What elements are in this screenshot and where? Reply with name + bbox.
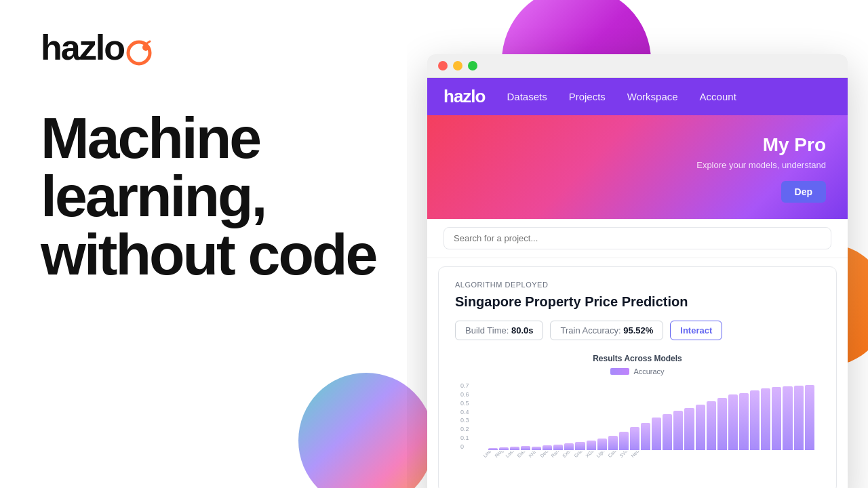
bars-container [488, 382, 814, 450]
build-time-badge: Build Time: 80.0s [455, 321, 543, 340]
chart-bar [587, 441, 596, 450]
logo-word: hazlo [41, 28, 124, 67]
chart-bar [750, 390, 760, 450]
y-label-04: 0.4 [460, 409, 469, 415]
chart-bar [663, 414, 672, 450]
project-search-input[interactable] [443, 227, 831, 249]
headline-line2: learning, [41, 167, 434, 225]
browser-chrome [427, 54, 848, 78]
logo-svg [125, 39, 153, 66]
legend-color-swatch [610, 368, 629, 375]
chart-bar [794, 386, 804, 450]
chart-bar [739, 393, 749, 450]
chart-legend: Accuracy [455, 367, 820, 375]
project-card: Algorithm Deployed Singapore Property Pr… [438, 266, 837, 488]
y-label-06: 0.6 [460, 391, 469, 398]
chart-bar [510, 447, 519, 450]
browser-dot-yellow[interactable] [453, 61, 462, 70]
chart-bar [521, 446, 530, 450]
right-panel: hazlo Datasets Projects Workspace Accoun… [407, 0, 868, 488]
chart-bar [783, 386, 792, 450]
deploy-button[interactable]: Dep [781, 181, 826, 203]
chart-bar [619, 432, 629, 450]
chart-bar [641, 423, 650, 450]
chart-bar [761, 388, 770, 450]
y-label-00: 0 [460, 443, 469, 450]
train-accuracy-value: 95.52% [623, 325, 653, 336]
logo-container: hazlo [41, 27, 434, 68]
train-accuracy-label: Train Accuracy: [560, 325, 620, 336]
y-label-03: 0.3 [460, 417, 469, 424]
nav-logo: hazlo [443, 86, 485, 107]
chart-bar [696, 405, 705, 450]
chart-bar [673, 411, 683, 450]
chart-bar [652, 418, 661, 450]
chart-bar [630, 427, 639, 450]
chart-bar [772, 387, 781, 450]
chart-bar [499, 447, 509, 450]
app-navbar: hazlo Datasets Projects Workspace Accoun… [427, 78, 848, 115]
chart-bar [608, 436, 618, 450]
chart-bar [707, 401, 716, 450]
headline-line3: without code [41, 225, 434, 283]
chart-y-axis: 0.7 0.6 0.5 0.4 0.3 0.2 0.1 0 [460, 382, 469, 450]
chart-bar [488, 448, 498, 450]
build-time-label: Build Time: [465, 325, 509, 336]
nav-workspace[interactable]: Workspace [627, 91, 678, 102]
y-label-07: 0.7 [460, 382, 469, 389]
chart-bar [597, 439, 607, 450]
hero-title: My Pro [449, 134, 826, 156]
train-accuracy-badge: Train Accuracy: 95.52% [550, 321, 663, 340]
browser-window: hazlo Datasets Projects Workspace Accoun… [427, 54, 848, 488]
chart-bar [542, 445, 552, 450]
chart-x-labels: LinearRidgeLassoElasticNetKNNDecisionRan… [481, 451, 820, 472]
chart-bar [717, 398, 727, 450]
chart-title: Results Across Models [455, 354, 820, 363]
app-hero: My Pro Explore your models, understand D… [427, 115, 848, 219]
interact-button[interactable]: Interact [670, 321, 722, 340]
y-label-05: 0.5 [460, 400, 469, 407]
nav-links: Datasets Projects Workspace Account [507, 91, 831, 102]
metrics-row: Build Time: 80.0s Train Accuracy: 95.52%… [455, 321, 820, 340]
chart-bar [564, 443, 574, 450]
chart-bar [684, 408, 694, 450]
svg-line-2 [146, 41, 150, 44]
y-label-02: 0.2 [460, 426, 469, 432]
legend-label: Accuracy [633, 367, 664, 375]
project-name: Singapore Property Price Prediction [455, 294, 820, 310]
app-search-area [427, 219, 848, 258]
chart-section: Results Across Models Accuracy 0.7 0.6 0… [455, 354, 820, 479]
chart-bar [805, 385, 814, 450]
logo-icon [125, 34, 153, 61]
logo-text: hazlo [41, 27, 153, 68]
nav-account[interactable]: Account [700, 91, 736, 102]
chart-wrapper: 0.7 0.6 0.5 0.4 0.3 0.2 0.1 0 [455, 382, 820, 450]
hero-subtitle: Explore your models, understand [449, 160, 826, 170]
nav-projects[interactable]: Projects [569, 91, 606, 102]
build-time-value: 80.0s [511, 325, 534, 336]
headline: Machine learning, without code [41, 108, 434, 283]
nav-datasets[interactable]: Datasets [507, 91, 547, 102]
chart-bar [728, 394, 738, 450]
browser-dot-green[interactable] [468, 61, 477, 70]
chart-bar [553, 445, 563, 450]
y-label-01: 0.1 [460, 434, 469, 441]
chart-bar [532, 447, 541, 450]
chart-bar [575, 442, 585, 450]
headline-line1: Machine [41, 108, 434, 167]
left-panel: hazlo Machine learning, without code [0, 0, 475, 488]
browser-dot-red[interactable] [438, 61, 448, 70]
algorithm-badge: Algorithm Deployed [455, 281, 820, 289]
